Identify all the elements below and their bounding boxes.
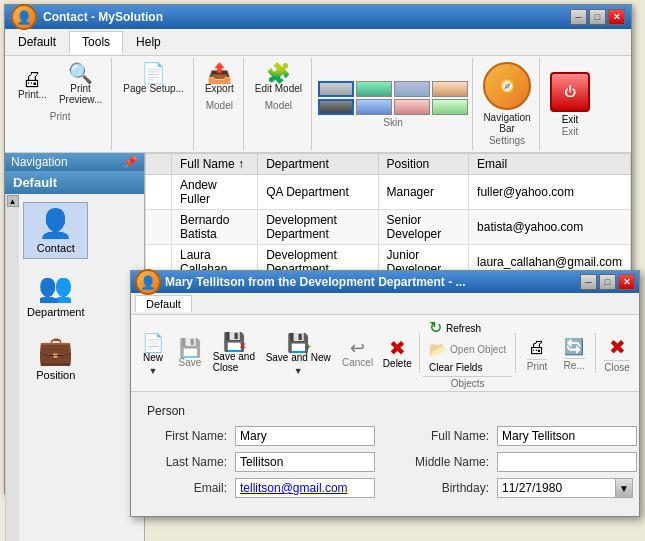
nav-scrollbar[interactable]: ▲ bbox=[5, 194, 19, 541]
close-group-detail: ✖ Close bbox=[599, 334, 635, 373]
table-header-department[interactable]: Department bbox=[258, 154, 378, 175]
export-label: Export bbox=[205, 83, 234, 94]
table-row[interactable]: Bernardo Batista Development Department … bbox=[146, 210, 631, 245]
detail-re-button[interactable]: 🔄 bbox=[556, 336, 592, 358]
save-close-button[interactable]: 💾✕ Save andClose bbox=[209, 330, 259, 376]
table-row[interactable]: Andew Fuller QA Department Manager fulle… bbox=[146, 175, 631, 210]
print-preview-icon: 🔍 bbox=[68, 63, 93, 83]
row-indicator-cell bbox=[146, 175, 172, 210]
firstname-label: First Name: bbox=[147, 429, 227, 443]
toolbar-pagesetup-group: 📄 Page Setup... bbox=[114, 58, 194, 150]
print-icon: 🖨 bbox=[22, 69, 42, 89]
skin-item-6[interactable] bbox=[356, 99, 392, 115]
close-button[interactable]: ✕ bbox=[608, 9, 625, 25]
table-header-position[interactable]: Position bbox=[378, 154, 469, 175]
nav-pin-icon[interactable]: 📌 bbox=[123, 155, 138, 169]
edit-model-button[interactable]: 🧩 Edit Model bbox=[250, 60, 307, 97]
table-header-fullname[interactable]: Full Name ↑ bbox=[172, 154, 258, 175]
settings-label: Settings bbox=[489, 134, 525, 146]
nav-sidebar-content: ▲ 👤 Contact 👥 Department 💼 Position bbox=[5, 194, 144, 541]
edit-model-icon: 🧩 bbox=[266, 63, 291, 83]
navigation-bar-button[interactable]: 🧭 bbox=[483, 62, 531, 110]
open-object-button[interactable]: 📂 Open Object bbox=[423, 339, 512, 359]
fullname-input[interactable] bbox=[497, 426, 637, 446]
save-button[interactable]: 💾 Save bbox=[172, 336, 208, 371]
window-controls: ─ □ ✕ bbox=[570, 9, 625, 25]
form-row-lastname: Last Name: Middle Name: bbox=[147, 452, 623, 472]
detail-close-btn[interactable]: ✖ bbox=[599, 334, 635, 360]
table-header-email[interactable]: Email bbox=[469, 154, 631, 175]
skin-item-3[interactable] bbox=[394, 81, 430, 97]
clear-fields-label: Clear Fields bbox=[429, 362, 482, 373]
exit-button[interactable]: ⏻ bbox=[550, 72, 590, 112]
toolbar-export-group: 📤 Export Model bbox=[196, 58, 244, 150]
export-group-label: Model bbox=[206, 99, 233, 111]
firstname-input[interactable] bbox=[235, 426, 375, 446]
detail-form: Person First Name: Full Name: Last Name:… bbox=[131, 392, 639, 516]
print-group-detail: 🖨 Print bbox=[519, 335, 555, 372]
detail-maximize-button[interactable]: □ bbox=[599, 274, 616, 290]
page-setup-button[interactable]: 📄 Page Setup... bbox=[118, 60, 189, 97]
date-picker-button[interactable]: ▼ bbox=[615, 478, 633, 498]
nav-item-contact[interactable]: 👤 Contact bbox=[23, 202, 88, 259]
new-dropdown-arrow[interactable]: ▼ bbox=[149, 366, 158, 376]
detail-print-button[interactable]: 🖨 bbox=[519, 335, 555, 359]
refresh-button[interactable]: ↻ Refresh bbox=[423, 317, 512, 339]
model-group-label: Model bbox=[265, 99, 292, 111]
skin-item-8[interactable] bbox=[432, 99, 468, 115]
open-object-icon: 📂 bbox=[429, 342, 446, 356]
toolbar-separator-1 bbox=[419, 333, 420, 373]
toolbar-print-group: 🖨 Print... 🔍 PrintPreview... Print bbox=[9, 58, 112, 150]
detail-window-title: Mary Tellitson from the Development Depa… bbox=[165, 275, 466, 289]
birthday-wrapper: ▼ bbox=[497, 478, 633, 498]
skin-item-1[interactable] bbox=[318, 81, 354, 97]
skin-item-4[interactable] bbox=[432, 81, 468, 97]
detail-re-icon: 🔄 bbox=[564, 339, 584, 355]
email-input[interactable] bbox=[235, 478, 375, 498]
re-label: Re... bbox=[564, 358, 585, 371]
save-new-dropdown[interactable]: ▼ bbox=[294, 366, 303, 376]
save-new-button[interactable]: 💾+ Save and New bbox=[260, 331, 337, 366]
scroll-up[interactable]: ▲ bbox=[7, 195, 19, 207]
detail-tab-default[interactable]: Default bbox=[135, 295, 192, 312]
nav-item-department[interactable]: 👥 Department bbox=[23, 267, 88, 322]
tab-default[interactable]: Default bbox=[5, 31, 69, 53]
table-header-indicator bbox=[146, 154, 172, 175]
middlename-input[interactable] bbox=[497, 452, 637, 472]
delete-button[interactable]: ✖ Delete bbox=[378, 335, 416, 372]
refresh-label: Refresh bbox=[446, 323, 481, 334]
app-icon: 👤 bbox=[11, 4, 37, 30]
page-setup-icon: 📄 bbox=[141, 63, 166, 83]
cell-pos: Manager bbox=[378, 175, 469, 210]
print-button[interactable]: 🖨 Print... bbox=[13, 66, 52, 103]
minimize-button[interactable]: ─ bbox=[570, 9, 587, 25]
skin-item-7[interactable] bbox=[394, 99, 430, 115]
cancel-button[interactable]: ↩ Cancel bbox=[338, 336, 378, 371]
nav-sidebar-header-label: Navigation bbox=[11, 155, 68, 169]
nav-item-position[interactable]: 💼 Position bbox=[23, 330, 88, 385]
tab-help[interactable]: Help bbox=[123, 31, 174, 53]
row-indicator-cell bbox=[146, 210, 172, 245]
birthday-input[interactable] bbox=[497, 478, 615, 498]
exit-group-label: Exit bbox=[562, 125, 579, 137]
detail-close-button[interactable]: ✕ bbox=[618, 274, 635, 290]
open-object-label: Open Object bbox=[450, 344, 506, 355]
toolbar-nav-group: 🧭 NavigationBar Settings bbox=[475, 58, 540, 150]
maximize-button[interactable]: □ bbox=[589, 9, 606, 25]
detail-minimize-button[interactable]: ─ bbox=[580, 274, 597, 290]
skin-item-5[interactable] bbox=[318, 99, 354, 115]
print-preview-button[interactable]: 🔍 PrintPreview... bbox=[54, 60, 107, 108]
form-right-middlename: Middle Name: bbox=[399, 452, 637, 472]
detail-menu-bar: Default bbox=[131, 293, 639, 315]
print-preview-label: PrintPreview... bbox=[59, 83, 102, 105]
export-button[interactable]: 📤 Export bbox=[200, 60, 239, 97]
form-row-email: Email: Birthday: ▼ bbox=[147, 478, 623, 498]
nav-item-contact-label: Contact bbox=[37, 242, 75, 254]
tab-tools[interactable]: Tools bbox=[69, 31, 123, 54]
clear-fields-button[interactable]: Clear Fields bbox=[423, 359, 512, 376]
main-toolbar: 🖨 Print... 🔍 PrintPreview... Print 📄 Pag… bbox=[5, 56, 631, 153]
lastname-input[interactable] bbox=[235, 452, 375, 472]
save-new-label: Save and New bbox=[266, 352, 331, 363]
new-button[interactable]: 📄 New bbox=[135, 331, 171, 366]
skin-item-2[interactable] bbox=[356, 81, 392, 97]
